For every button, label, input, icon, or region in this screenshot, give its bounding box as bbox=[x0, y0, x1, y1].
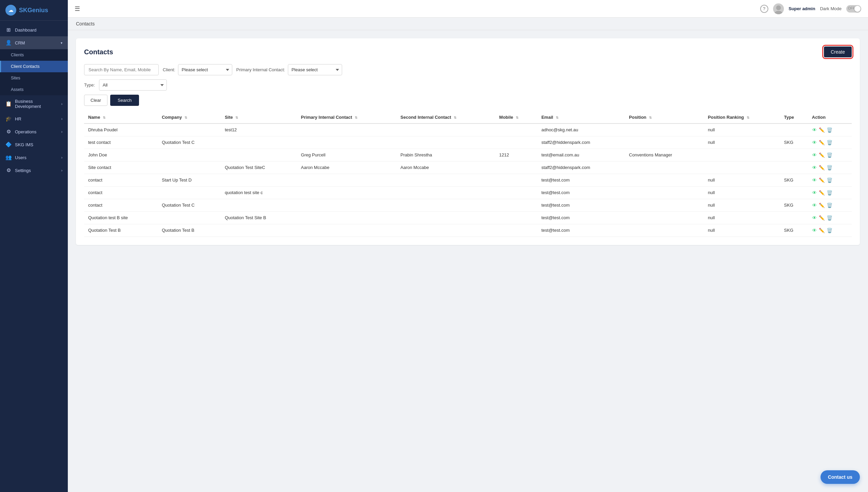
action-cell: 👁 ✏️ 🗑️ bbox=[808, 174, 852, 187]
dashboard-icon: ⊞ bbox=[5, 27, 12, 33]
table-row: Quotation test B siteQuotation Test Site… bbox=[84, 212, 852, 224]
edit-icon[interactable]: ✏️ bbox=[819, 165, 825, 170]
table-row: John DoeGreg PurcellPrabin Shrestha1212t… bbox=[84, 149, 852, 162]
action-cell: 👁 ✏️ 🗑️ bbox=[808, 124, 852, 136]
sidebar-item-hr[interactable]: 🎓 HR › bbox=[0, 112, 68, 125]
col-company: Company ⇅ bbox=[158, 111, 221, 124]
operations-icon: ⚙ bbox=[5, 129, 12, 135]
action-cell: 👁 ✏️ 🗑️ bbox=[808, 162, 852, 174]
breadcrumb: Contacts bbox=[68, 18, 868, 30]
col-second-internal-contact: Second Internal Contact ⇅ bbox=[396, 111, 495, 124]
chevron-right-icon: › bbox=[61, 169, 62, 172]
settings-icon: ⚙ bbox=[5, 167, 12, 173]
sidebar-item-operations[interactable]: ⚙ Operations › bbox=[0, 125, 68, 138]
sidebar-item-assets[interactable]: Assets bbox=[0, 84, 68, 95]
logo-icon: ☁ bbox=[5, 5, 16, 16]
delete-icon[interactable]: 🗑️ bbox=[827, 127, 832, 133]
delete-icon[interactable]: 🗑️ bbox=[827, 152, 832, 158]
edit-icon[interactable]: ✏️ bbox=[819, 228, 825, 233]
delete-icon[interactable]: 🗑️ bbox=[827, 177, 832, 183]
skg-ims-icon: 🔷 bbox=[5, 141, 12, 148]
action-cell: 👁 ✏️ 🗑️ bbox=[808, 136, 852, 149]
delete-icon[interactable]: 🗑️ bbox=[827, 215, 832, 221]
search-button[interactable]: Search bbox=[110, 95, 139, 106]
chevron-right-icon: › bbox=[61, 156, 62, 159]
col-position: Position ⇅ bbox=[625, 111, 704, 124]
actions-row: Clear Search bbox=[84, 95, 852, 106]
sidebar: ☁ SKGenius ⊞ Dashboard 👤 CRM ▾ Clients C… bbox=[0, 0, 68, 492]
col-position-ranking: Position Ranking ⇅ bbox=[704, 111, 780, 124]
hamburger-menu[interactable]: ☰ bbox=[75, 5, 80, 13]
delete-icon[interactable]: 🗑️ bbox=[827, 203, 832, 208]
sidebar-item-skg-ims[interactable]: 🔷 SKG IMS bbox=[0, 138, 68, 151]
primary-contact-label: Primary Internal Contact: bbox=[236, 67, 285, 72]
edit-icon[interactable]: ✏️ bbox=[819, 177, 825, 183]
sidebar-item-label: Users bbox=[15, 155, 26, 160]
sidebar-item-business-development[interactable]: 📋 Business Development › bbox=[0, 95, 68, 112]
view-icon[interactable]: 👁 bbox=[812, 152, 817, 158]
filters-row-2: Type: All SKG Client bbox=[84, 79, 852, 91]
help-icon[interactable]: ? bbox=[760, 5, 768, 13]
toggle-knob bbox=[854, 6, 861, 12]
view-icon[interactable]: 👁 bbox=[812, 140, 817, 145]
client-select[interactable]: Please select bbox=[178, 64, 232, 75]
sidebar-item-users[interactable]: 👥 Users › bbox=[0, 151, 68, 164]
view-icon[interactable]: 👁 bbox=[812, 177, 817, 183]
col-action: Action bbox=[808, 111, 852, 124]
sidebar-item-label: Dashboard bbox=[15, 27, 37, 33]
client-filter-wrap: Client: Please select bbox=[163, 64, 232, 75]
view-icon[interactable]: 👁 bbox=[812, 190, 817, 195]
sidebar-item-clients[interactable]: Clients bbox=[0, 49, 68, 61]
crm-icon: 👤 bbox=[5, 40, 12, 46]
action-cell: 👁 ✏️ 🗑️ bbox=[808, 224, 852, 237]
sidebar-item-label: CRM bbox=[15, 40, 25, 45]
table-row: Dhruba Poudeltest12adhoc@skg.net.aunull … bbox=[84, 124, 852, 136]
contact-us-button[interactable]: Contact us bbox=[821, 470, 860, 484]
view-icon[interactable]: 👁 bbox=[812, 127, 817, 133]
col-primary-internal-contact: Primary Internal Contact ⇅ bbox=[297, 111, 397, 124]
delete-icon[interactable]: 🗑️ bbox=[827, 228, 832, 233]
primary-contact-select[interactable]: Please select bbox=[288, 64, 342, 75]
type-select[interactable]: All SKG Client bbox=[99, 79, 167, 91]
sidebar-item-label: Client Contacts bbox=[11, 64, 40, 69]
client-label: Client: bbox=[163, 67, 175, 72]
view-icon[interactable]: 👁 bbox=[812, 203, 817, 208]
delete-icon[interactable]: 🗑️ bbox=[827, 140, 832, 145]
chevron-right-icon: › bbox=[61, 102, 62, 106]
sidebar-item-dashboard[interactable]: ⊞ Dashboard bbox=[0, 23, 68, 36]
sidebar-item-settings[interactable]: ⚙ Settings › bbox=[0, 164, 68, 177]
svg-point-0 bbox=[776, 5, 781, 10]
sidebar-item-label: Sites bbox=[11, 76, 20, 80]
contacts-table: Name ⇅ Company ⇅ Site ⇅ Primary Internal… bbox=[84, 111, 852, 237]
view-icon[interactable]: 👁 bbox=[812, 228, 817, 233]
dark-mode-toggle[interactable]: OFF bbox=[846, 5, 861, 13]
edit-icon[interactable]: ✏️ bbox=[819, 215, 825, 221]
action-cell: 👁 ✏️ 🗑️ bbox=[808, 199, 852, 212]
edit-icon[interactable]: ✏️ bbox=[819, 190, 825, 195]
delete-icon[interactable]: 🗑️ bbox=[827, 190, 832, 195]
edit-icon[interactable]: ✏️ bbox=[819, 127, 825, 133]
sidebar-item-client-contacts[interactable]: Client Contacts bbox=[0, 61, 68, 72]
col-name: Name ⇅ bbox=[84, 111, 158, 124]
table-row: contactStart Up Test Dtest@test.comnullS… bbox=[84, 174, 852, 187]
delete-icon[interactable]: 🗑️ bbox=[827, 165, 832, 170]
sidebar-item-crm[interactable]: 👤 CRM ▾ bbox=[0, 36, 68, 49]
sidebar-item-sites[interactable]: Sites bbox=[0, 72, 68, 84]
topbar-right: ? Super admin Dark Mode OFF bbox=[760, 3, 861, 14]
view-icon[interactable]: 👁 bbox=[812, 165, 817, 170]
user-name: Super admin bbox=[789, 6, 815, 11]
table-row: test contactQuotation Test Cstaff2@hidde… bbox=[84, 136, 852, 149]
create-button[interactable]: Create bbox=[824, 46, 852, 57]
table-row: contactQuotation Test Ctest@test.comnull… bbox=[84, 199, 852, 212]
edit-icon[interactable]: ✏️ bbox=[819, 203, 825, 208]
sidebar-item-label: Operations bbox=[15, 129, 37, 134]
users-icon: 👥 bbox=[5, 154, 12, 160]
edit-icon[interactable]: ✏️ bbox=[819, 152, 825, 158]
edit-icon[interactable]: ✏️ bbox=[819, 140, 825, 145]
view-icon[interactable]: 👁 bbox=[812, 215, 817, 221]
sidebar-item-label: Clients bbox=[11, 53, 24, 57]
contacts-card: Contacts Create Client: Please select Pr… bbox=[76, 38, 860, 245]
sidebar-item-label: SKG IMS bbox=[15, 142, 33, 147]
clear-button[interactable]: Clear bbox=[84, 95, 107, 106]
search-input[interactable] bbox=[84, 64, 159, 75]
